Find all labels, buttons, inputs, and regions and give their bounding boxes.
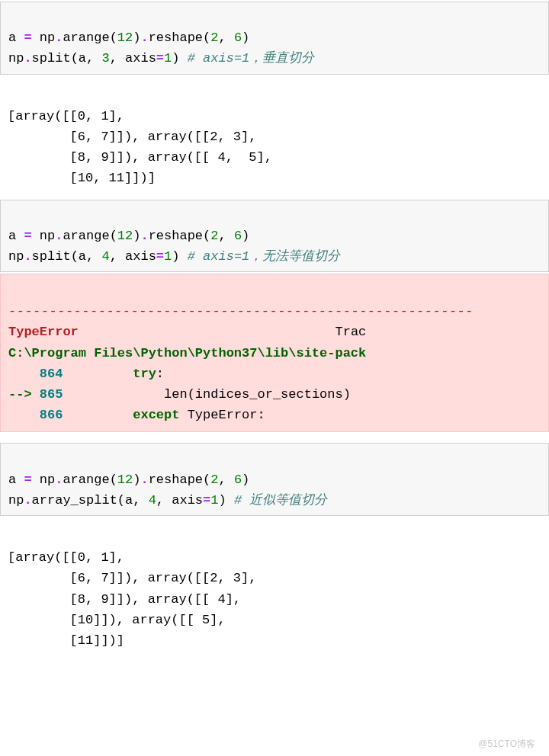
code-cell-3: a = np.arange(12).reshape(2, 6) np.array… [0,443,549,516]
error-dashes: ----------------------------------------… [8,304,474,319]
code-line: np.split(a, 4, axis=1) # axis=1，无法等值切分 [8,249,340,264]
code-line: a = np.arange(12).reshape(2, 6) [8,229,249,243]
error-line: 866 except TypeError: [8,408,265,422]
output-line: [8, 9]]), array([[ 4], [8,592,241,607]
output-line: [6, 7]]), array([[2, 3], [8,571,256,585]
error-path: C:\Program Files\Python\Python37\lib\sit… [8,346,366,360]
watermark: @51CTO博客 [478,737,535,751]
output-line: [11]])] [8,633,124,648]
code-cell-2: a = np.arange(12).reshape(2, 6) np.split… [0,200,549,273]
code-line: np.split(a, 3, axis=1) # axis=1，垂直切分 [8,51,314,66]
code-cell-1: a = np.arange(12).reshape(2, 6) np.split… [0,2,549,75]
code-line: a = np.arange(12).reshape(2, 6) [8,472,249,487]
output-line: [10, 11]])] [8,171,156,185]
output-cell-1: [array([[0, 1], [6, 7]]), array([[2, 3],… [0,76,549,198]
output-line: [6, 7]]), array([[2, 3], [8,130,256,144]
error-traceback: ----------------------------------------… [0,274,549,432]
error-line-current: --> 865 len(indices_or_sections) [8,387,351,402]
error-header: TypeError Trac [8,325,366,339]
output-cell-3: [array([[0, 1], [6, 7]]), array([[2, 3],… [0,517,549,660]
error-line: 864 try: [8,367,164,381]
output-line: [array([[0, 1], [8,550,124,565]
output-line: [array([[0, 1], [8,109,124,123]
output-line: [10]]), array([[ 5], [8,613,226,627]
output-line: [8, 9]]), array([[ 4, 5], [8,150,272,165]
code-line: np.array_split(a, 4, axis=1) # 近似等值切分 [8,493,327,508]
code-line: a = np.arange(12).reshape(2, 6) [8,30,249,45]
